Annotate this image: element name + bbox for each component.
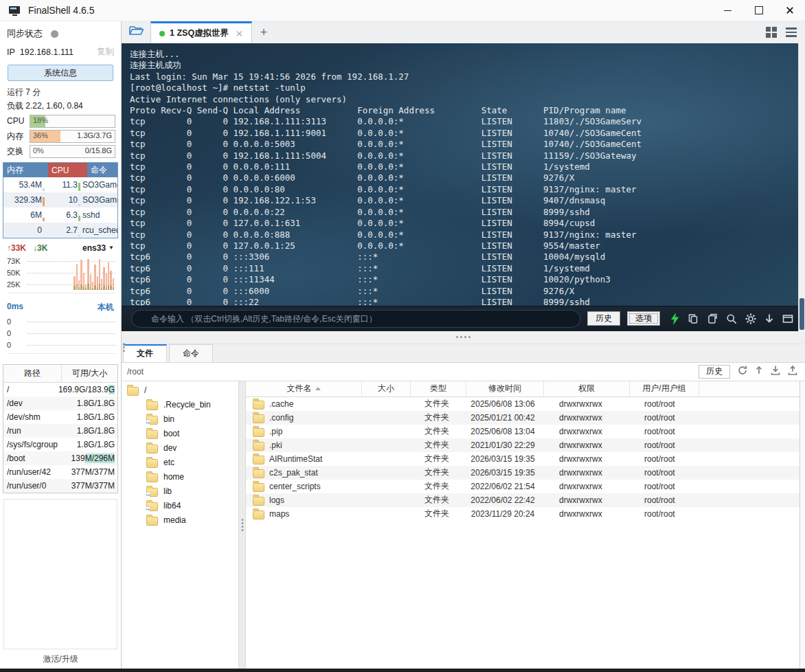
system-info-button[interactable]: 系统信息	[8, 65, 113, 81]
copy-icon[interactable]	[687, 313, 699, 325]
process-table-header: 内存 CPU 命令	[3, 163, 117, 177]
net-bar	[39, 257, 41, 290]
file-row[interactable]: logs 文件夹 2022/06/02 22:42 drwxrwxrwx roo…	[246, 493, 800, 507]
tree-item[interactable]: boot	[122, 427, 238, 441]
history-button[interactable]: 历史	[587, 311, 620, 326]
tree-item[interactable]: lib	[122, 484, 238, 499]
process-col-cmd[interactable]: 命令	[87, 163, 117, 177]
close-button[interactable]	[774, 0, 805, 21]
sidebar-empty-panel	[3, 499, 117, 649]
net-bar	[25, 257, 27, 290]
tree-item[interactable]: bin	[122, 412, 238, 427]
process-row[interactable]: 329.3M 10 SO3GameS...	[3, 192, 117, 208]
panel-splitter[interactable]	[122, 331, 805, 344]
tree-item[interactable]: etc	[122, 456, 238, 470]
gear-icon[interactable]	[745, 313, 757, 325]
folder-open-icon	[128, 25, 144, 40]
layout-grid-icon[interactable]	[766, 27, 777, 38]
net-bar	[63, 257, 64, 290]
paste-icon[interactable]	[706, 313, 718, 325]
file-row[interactable]: .config 文件夹 2025/01/21 00:42 drwxrwxrwx …	[246, 411, 800, 425]
swap-meter-label: 交换	[7, 146, 25, 157]
net-bar	[80, 257, 82, 290]
file-browser: / .Recycle_bin bin boot dev etc home lib…	[122, 381, 805, 669]
process-col-mem[interactable]: 内存	[3, 163, 48, 177]
col-size[interactable]: 大小	[362, 381, 411, 396]
new-tab-button[interactable]: +	[252, 21, 275, 43]
process-row[interactable]: 53.4M 11.3 SO3GameC...	[3, 177, 117, 192]
file-table-scrollbar-track[interactable]	[800, 381, 805, 669]
tree-item[interactable]: .Recycle_bin	[122, 398, 238, 412]
sidebar-splitter-handle[interactable]	[123, 343, 125, 352]
path-history-button[interactable]: 历史	[699, 365, 730, 379]
tree-item[interactable]: /	[122, 383, 238, 398]
maximize-button[interactable]	[743, 0, 774, 21]
file-perm: drwxrwxrwx	[541, 454, 626, 464]
tree-item[interactable]: home	[122, 470, 238, 484]
process-row[interactable]: 6M 6.3 sshd	[3, 208, 117, 223]
transfer-up-icon[interactable]	[754, 365, 764, 379]
col-owner[interactable]: 用户/用户组	[630, 381, 699, 396]
file-row[interactable]: .cache 文件夹 2025/06/08 13:06 drwxrwxrwx r…	[246, 397, 800, 411]
terminal-scrollbar-thumb[interactable]	[800, 298, 804, 330]
search-icon[interactable]	[725, 313, 738, 325]
file-type: 文件夹	[409, 508, 464, 519]
disk-table: 路径 可用/大小 /169.9G/183.9G /dev1.8G/1.8G /d…	[3, 364, 118, 493]
col-perm[interactable]: 权限	[544, 381, 630, 396]
quick-command-icon[interactable]	[670, 313, 680, 325]
file-name: .pki	[269, 440, 282, 450]
hamburger-menu-icon[interactable]	[786, 27, 797, 37]
net-bar	[56, 257, 57, 290]
net-bar	[83, 257, 84, 290]
net-bar	[37, 257, 38, 290]
connected-dot-icon	[159, 31, 165, 36]
download-arrow-icon[interactable]	[764, 313, 775, 325]
connection-manager-button[interactable]	[122, 21, 150, 43]
download-icon[interactable]	[770, 365, 781, 379]
tree-item[interactable]: lib64	[122, 499, 238, 513]
col-type[interactable]: 类型	[411, 381, 466, 396]
minimize-button[interactable]	[712, 0, 743, 21]
file-perm: drwxrwxrwx	[541, 413, 626, 423]
file-row[interactable]: .pip 文件夹 2025/06/08 13:04 drwxrwxrwx roo…	[246, 425, 800, 438]
activate-upgrade-link[interactable]: 激活/升级	[0, 649, 121, 669]
bottom-edge	[0, 669, 805, 672]
options-button[interactable]: 选项	[627, 311, 660, 326]
path-input[interactable]	[122, 366, 699, 377]
file-perm: drwxrwxrwx	[541, 440, 626, 450]
refresh-icon[interactable]	[737, 365, 748, 379]
tab-close-icon[interactable]	[236, 30, 243, 37]
session-tab[interactable]: 1 ZSQ虚拟世界	[150, 21, 252, 43]
file-row[interactable]: center_scripts 文件夹 2022/06/02 21:54 drwx…	[246, 480, 800, 493]
col-filename[interactable]: 文件名	[246, 381, 362, 396]
terminal-area[interactable]: 连接主机... 连接主机成功 Last login: Sun Mar 15 19…	[122, 43, 805, 306]
process-row[interactable]: 0 2.7 rcu_sched	[3, 223, 117, 238]
disk-row: /dev1.8G/1.8G	[3, 396, 117, 410]
file-row[interactable]: AIRuntimeStat 文件夹 2026/03/15 19:35 drwxr…	[246, 452, 800, 466]
net-bar	[32, 257, 34, 290]
file-row[interactable]: maps 文件夹 2023/11/29 20:24 drwxrwxrwx roo…	[246, 507, 800, 521]
net-bar	[108, 257, 109, 290]
upload-icon[interactable]	[787, 365, 798, 379]
command-input[interactable]	[131, 310, 580, 328]
tree-item-label: etc	[163, 458, 174, 467]
interface-selector[interactable]: ens33 ▼	[82, 243, 114, 253]
file-row[interactable]: c2s_pak_stat 文件夹 2026/03/15 19:35 drwxrw…	[246, 466, 800, 480]
file-type: 文件夹	[409, 439, 464, 451]
col-mtime[interactable]: 修改时间	[466, 381, 544, 396]
tree-splitter[interactable]	[238, 381, 246, 669]
copy-ip-button[interactable]: 复制	[97, 46, 114, 58]
tab-files[interactable]: 文件	[123, 344, 167, 362]
chart-grid-row: 0	[7, 339, 115, 350]
folder-icon	[253, 497, 264, 506]
window-mode-icon[interactable]	[782, 313, 794, 325]
tree-item[interactable]: media	[122, 513, 238, 528]
process-col-cpu[interactable]: CPU	[48, 163, 87, 177]
tree-item[interactable]: dev	[122, 441, 238, 456]
file-row[interactable]: .pki 文件夹 2021/01/30 22:29 drwxrwxrwx roo…	[246, 438, 800, 452]
tab-commands[interactable]: 命令	[169, 344, 213, 362]
disk-col-size[interactable]: 可用/大小	[62, 365, 117, 382]
file-name: .config	[269, 413, 293, 423]
disk-col-path[interactable]: 路径	[3, 365, 62, 382]
net-upload-rate: 33K	[11, 243, 26, 253]
